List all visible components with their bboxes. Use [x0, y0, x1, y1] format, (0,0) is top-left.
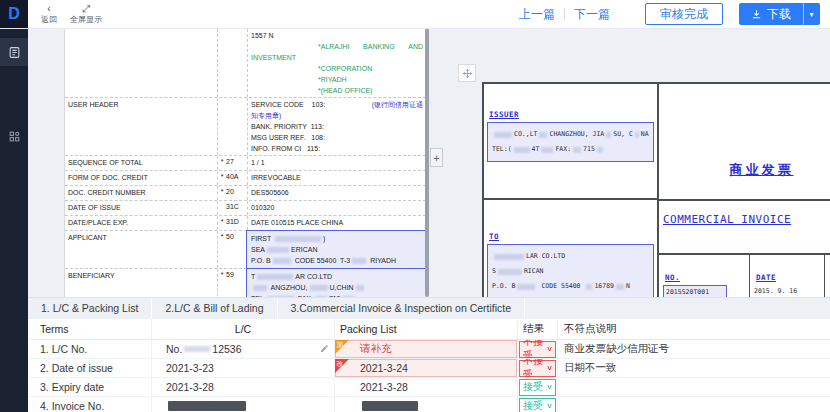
redacted-text	[494, 254, 524, 260]
prev-doc-link[interactable]: 上一篇	[519, 6, 555, 23]
chevron-down-icon: ▾	[809, 10, 813, 19]
vertical-scrollbar[interactable]	[425, 28, 429, 297]
packing-list-value-cell: 2021-3-28	[335, 378, 518, 396]
redacted-text	[573, 147, 581, 153]
redacted-text	[597, 147, 603, 153]
doc-line: FIRST )	[251, 233, 422, 244]
doc-line: *(HEAD OFFICE)	[251, 85, 423, 96]
doc-line: 知专用章)	[251, 110, 423, 121]
invoice-issuer-section: ISSUER CO.,LTCHANGZHOU, JIASU, CNATEL:(4…	[484, 84, 657, 200]
invoice-subtitle-cell: COMMERCIAL INVOICE	[659, 201, 830, 255]
header-packing-list: Packing List	[335, 319, 518, 339]
lc-field-mandatory-mark: *	[217, 216, 226, 230]
redacted-text	[362, 401, 418, 411]
tab-2[interactable]: 2.L/C & Bill of Lading	[152, 298, 277, 319]
invoice-title-cn: 商业发票	[730, 161, 794, 179]
lc-doc-row: APPLICANT*50FIRST )SEAERICANP.O. B CODE …	[65, 231, 426, 269]
lc-value-cell: 2021-3-23	[152, 359, 335, 377]
invoice-title-cell: 商业发票	[659, 84, 830, 201]
result-cell: 不接受∨	[518, 359, 558, 377]
lc-field-mandatory-mark	[217, 98, 226, 155]
comparison-panel: 1. L/C & Packing List2.L/C & Bill of Lad…	[28, 297, 830, 412]
back-button[interactable]: ‹ 返回	[41, 0, 57, 28]
lc-value-cell: 2021-3-28	[152, 378, 335, 396]
move-handle-icon[interactable]	[458, 64, 476, 82]
sidebar-item-apps[interactable]	[0, 122, 28, 150]
redacted-text	[253, 285, 267, 291]
doc-line: CO.,LTCHANGZHOU, JIASU, CNA	[492, 127, 649, 142]
lc-field-label: SEQUENCE OF TOTAL	[65, 156, 217, 170]
lc-field-label: DATE OF ISSUE	[65, 201, 217, 215]
invoice-date-cell: DATE 2015. 9. 16	[750, 255, 825, 297]
lc-field-value-highlighted: TAR CO.LTD ANGZHOU,U,CHINTEL: FAX:715	[246, 268, 427, 297]
lc-doc-row: BENEFICIARY*59TAR CO.LTD ANGZHOU,U,CHINT…	[65, 269, 426, 297]
zoom-in-button[interactable]: +	[430, 148, 443, 167]
packing-list-value-cell: 加请补充	[335, 340, 518, 358]
doc-line: TAR CO.LTD	[251, 271, 422, 282]
to-highlight-box: LAR CO.LTDSRICANP.O. B CODE 55400 16789N	[487, 244, 654, 297]
lc-field-value: DES505606	[247, 186, 426, 200]
lc-field-value: 010320	[247, 201, 426, 215]
lc-field-mandatory-mark: *	[217, 231, 226, 268]
fullscreen-button[interactable]: ⤢ 全屏显示	[70, 0, 102, 28]
doc-line: 010320	[251, 202, 423, 213]
doc-line: BANK. PRIORITY 113:	[251, 121, 423, 132]
doc-line: DES505606	[251, 187, 423, 198]
lc-field-mandatory-mark	[217, 201, 226, 215]
lc-value-cell	[152, 397, 335, 412]
lc-value-cell: No.12536	[152, 340, 335, 358]
lc-doc-row: SEQUENCE OF TOTAL*271 / 1	[65, 156, 426, 171]
tab-1[interactable]: 1. L/C & Packing List	[28, 298, 152, 319]
result-select[interactable]: 接受∨	[519, 398, 556, 412]
chevron-down-icon: ∨	[546, 345, 553, 353]
result-select[interactable]: 接受∨	[519, 379, 556, 396]
lc-doc-row: USER HEADERSERVICE CODE 103:(银行间信用证通知专用章…	[65, 98, 426, 156]
redacted-text	[352, 258, 366, 264]
header-terms: Terms	[28, 319, 152, 339]
invoice-document-page[interactable]: ISSUER CO.,LTCHANGZHOU, JIASU, CNATEL:(4…	[482, 82, 830, 297]
redacted-text	[498, 269, 522, 275]
lc-field-tag	[226, 29, 247, 97]
lc-document-page[interactable]: 1557 N*ALRAJHIBANKINGANDINVESTMENT*CORPO…	[64, 28, 427, 297]
doc-line: *RIYADH	[251, 74, 423, 85]
review-complete-button[interactable]: 审核完成	[645, 3, 723, 25]
corner-badge-modify: 改	[335, 359, 349, 373]
redacted-text	[616, 284, 624, 290]
doc-line: 1557 N	[251, 30, 423, 41]
apps-grid-icon	[8, 130, 21, 143]
invoice-right-column: 商业发票 COMMERCIAL INVOICE NO. 2015S20T001 …	[659, 84, 830, 297]
lc-field-tag: 50	[226, 231, 247, 268]
lc-swift-table: 1557 N*ALRAJHIBANKINGANDINVESTMENT*CORPO…	[65, 28, 426, 297]
lc-field-value: DATE 010515 PLACE CHINA	[247, 216, 426, 230]
lc-field-tag: 40A	[226, 171, 247, 185]
result-value: 接受	[523, 399, 543, 412]
lc-field-tag: 20	[226, 186, 247, 200]
back-icon: ‹	[47, 4, 50, 14]
discrepancy-note-cell: 商业发票缺少信用证号	[558, 340, 830, 358]
lc-field-value-highlighted: FIRST )SEAERICANP.O. B CODE 55400 T-3 RI…	[246, 230, 427, 269]
document-icon	[8, 46, 21, 59]
term-cell: 3. Expiry date	[28, 378, 152, 396]
discrepancy-note-cell	[558, 378, 830, 396]
lc-field-mandatory-mark: *	[217, 186, 226, 200]
tab-3[interactable]: 3.Commercial Invoice & Inspection on Cer…	[278, 298, 526, 319]
edit-icon[interactable]	[320, 344, 329, 353]
result-value: 不接受	[523, 359, 547, 377]
doc-line: SRICAN	[492, 264, 649, 279]
packing-list-value-cell: 改2021-3-24	[335, 359, 518, 377]
result-value: 接受	[523, 380, 543, 394]
download-dropdown-button[interactable]: ▾	[803, 3, 820, 25]
term-cell: 2. Date of issue	[28, 359, 152, 377]
result-select[interactable]: 不接受∨	[519, 341, 556, 358]
result-cell: 接受∨	[518, 378, 558, 396]
sidebar-item-documents[interactable]	[0, 38, 28, 66]
result-select[interactable]: 不接受∨	[519, 360, 556, 377]
app-logo[interactable]: D	[0, 0, 28, 28]
issuer-label: ISSUER	[489, 110, 654, 119]
download-button[interactable]: 下载	[739, 3, 803, 25]
next-doc-link[interactable]: 下一篇	[574, 6, 610, 23]
redacted-text	[275, 236, 321, 242]
doc-line: IRREVOCABLE	[251, 172, 423, 183]
lc-doc-row: FORM OF DOC. CREDIT*40AIRREVOCABLE	[65, 171, 426, 186]
invoice-to-section: TO LAR CO.LTDSRICANP.O. B CODE 55400 167…	[484, 200, 657, 297]
